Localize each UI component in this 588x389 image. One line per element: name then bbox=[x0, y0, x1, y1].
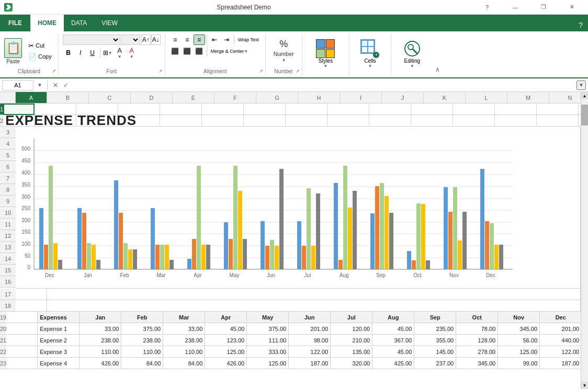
font-color-button[interactable]: A ▼ bbox=[126, 48, 138, 58]
cell-b22[interactable]: Expense 3 bbox=[38, 346, 80, 358]
cell-k20[interactable]: 235.00 bbox=[414, 323, 456, 335]
cell-j21[interactable]: 367.00 bbox=[372, 335, 414, 346]
col-header-j[interactable]: J bbox=[382, 92, 424, 104]
cell-h21[interactable]: 98.00 bbox=[289, 335, 331, 346]
vertical-scrollbar[interactable]: ▲ ▼ bbox=[581, 92, 588, 389]
cell-b19[interactable]: Expenses bbox=[38, 312, 80, 323]
cell-c19[interactable]: Jan bbox=[80, 312, 121, 323]
tab-view[interactable]: VIEW bbox=[94, 15, 125, 31]
maximize-button[interactable]: ❐ bbox=[532, 2, 556, 13]
cell-h23[interactable]: 187.00 bbox=[289, 358, 331, 369]
scroll-track[interactable] bbox=[581, 99, 588, 382]
cancel-formula-button[interactable]: ✕ bbox=[51, 81, 60, 90]
cell-h2[interactable] bbox=[286, 115, 327, 127]
minimize-button[interactable]: — bbox=[503, 2, 527, 13]
cell-e2[interactable] bbox=[160, 115, 202, 127]
confirm-formula-button[interactable]: ✓ bbox=[61, 81, 71, 90]
align-right-button[interactable]: ⬛ bbox=[194, 46, 205, 56]
cell-i1[interactable] bbox=[327, 104, 369, 115]
font-expand-icon[interactable]: ↗ bbox=[157, 68, 164, 74]
cell-g23[interactable]: 125.00 bbox=[247, 358, 289, 369]
font-size-select[interactable] bbox=[121, 35, 140, 45]
copy-button[interactable]: 📄 Copy bbox=[26, 52, 54, 62]
cell-rest-18[interactable] bbox=[47, 300, 581, 312]
cell-n21[interactable]: 440.00 bbox=[540, 335, 581, 346]
cell-h19[interactable]: Jun bbox=[289, 312, 331, 323]
cell-h1[interactable] bbox=[286, 104, 327, 115]
cell-m22[interactable]: 125.00 bbox=[498, 346, 540, 358]
editing-button[interactable]: Editing ▼ bbox=[399, 37, 426, 71]
cell-c21[interactable]: 238.00 bbox=[80, 335, 121, 346]
cell-g1[interactable] bbox=[244, 104, 286, 115]
underline-button[interactable]: U bbox=[87, 48, 98, 58]
cell-f22[interactable]: 125.00 bbox=[205, 346, 247, 358]
scroll-up-arrow[interactable]: ▲ bbox=[581, 92, 589, 99]
border-button[interactable]: ⊞ ▼ bbox=[102, 48, 114, 58]
cell-k23[interactable]: 237.00 bbox=[414, 358, 456, 369]
grid-scroll[interactable]: A B C D E F G H I J K L M N O 1 bbox=[0, 92, 581, 389]
cell-m21[interactable]: 56.00 bbox=[498, 335, 540, 346]
col-header-e[interactable]: E bbox=[173, 92, 214, 104]
col-header-a[interactable]: A bbox=[16, 92, 47, 104]
align-center-button[interactable]: ⬛ bbox=[182, 46, 193, 56]
close-button[interactable]: ✕ bbox=[560, 2, 584, 13]
cell-n20[interactable]: 201.00 bbox=[540, 323, 581, 335]
cell-k22[interactable]: 145.00 bbox=[414, 346, 456, 358]
col-header-k[interactable]: K bbox=[424, 92, 466, 104]
cell-b21[interactable]: Expense 2 bbox=[38, 335, 80, 346]
cell-j23[interactable]: 425.00 bbox=[372, 358, 414, 369]
cell-c22[interactable]: 110.00 bbox=[80, 346, 121, 358]
cell-a20[interactable] bbox=[6, 323, 38, 335]
bold-button[interactable]: B bbox=[63, 48, 74, 58]
merge-button[interactable]: Merge & Center ▼ bbox=[209, 46, 250, 56]
col-header-d[interactable]: D bbox=[131, 92, 173, 104]
wrap-text-button[interactable]: Wrap Text bbox=[236, 35, 261, 45]
col-header-g[interactable]: G bbox=[256, 92, 298, 104]
help-button[interactable]: ? bbox=[475, 2, 499, 13]
cell-f2[interactable] bbox=[202, 115, 244, 127]
cell-b23[interactable]: Expense 4 bbox=[38, 358, 80, 369]
cell-m1[interactable] bbox=[495, 104, 537, 115]
cell-l1[interactable] bbox=[453, 104, 495, 115]
cut-button[interactable]: ✂ Cut bbox=[26, 41, 54, 51]
cell-rest-17[interactable] bbox=[47, 289, 581, 300]
cell-e23[interactable]: 84.00 bbox=[163, 358, 205, 369]
cell-e1[interactable] bbox=[160, 104, 202, 115]
cell-d19[interactable]: Feb bbox=[121, 312, 163, 323]
cell-j22[interactable]: 45.00 bbox=[372, 346, 414, 358]
formula-input[interactable] bbox=[73, 80, 574, 90]
col-header-b[interactable]: B bbox=[47, 92, 89, 104]
cell-a18[interactable] bbox=[16, 300, 47, 312]
col-header-m[interactable]: M bbox=[507, 92, 549, 104]
cell-i19[interactable]: Jul bbox=[331, 312, 372, 323]
cell-k21[interactable]: 355.00 bbox=[414, 335, 456, 346]
cell-e20[interactable]: 33.00 bbox=[163, 323, 205, 335]
cell-d22[interactable]: 110.00 bbox=[121, 346, 163, 358]
cell-j19[interactable]: Aug bbox=[372, 312, 414, 323]
col-header-i[interactable]: I bbox=[340, 92, 382, 104]
cell-g20[interactable]: 375.00 bbox=[247, 323, 289, 335]
cell-a2[interactable]: EXPENSE TRENDS bbox=[3, 115, 35, 127]
cell-l23[interactable]: 345.00 bbox=[456, 358, 498, 369]
tab-home[interactable]: HOME bbox=[30, 15, 64, 31]
cell-k19[interactable]: Sep bbox=[414, 312, 456, 323]
cell-b20[interactable]: Expense 1 bbox=[38, 323, 80, 335]
cell-h20[interactable]: 201.00 bbox=[289, 323, 331, 335]
paste-button[interactable]: 📋 bbox=[4, 38, 22, 58]
font-size-increase-button[interactable]: A↑ bbox=[141, 35, 151, 45]
cell-j20[interactable]: 45.00 bbox=[372, 323, 414, 335]
cell-n22[interactable]: 122.00 bbox=[540, 346, 581, 358]
cell-reference-input[interactable] bbox=[2, 80, 33, 90]
cell-k2[interactable] bbox=[411, 115, 453, 127]
number-dropdown-arrow[interactable]: ▼ bbox=[281, 58, 286, 63]
cell-a22[interactable] bbox=[6, 346, 38, 358]
cell-l20[interactable]: 78.00 bbox=[456, 323, 498, 335]
ribbon-help-icon[interactable]: ? bbox=[573, 19, 588, 31]
cell-n23[interactable]: 187.00 bbox=[540, 358, 581, 369]
cell-m2[interactable] bbox=[495, 115, 537, 127]
cell-d23[interactable]: 84.00 bbox=[121, 358, 163, 369]
cell-c23[interactable]: 426.00 bbox=[80, 358, 121, 369]
align-top-center-button[interactable]: ≡ bbox=[182, 35, 193, 45]
cell-l21[interactable]: 128.00 bbox=[456, 335, 498, 346]
cell-l19[interactable]: Oct bbox=[456, 312, 498, 323]
